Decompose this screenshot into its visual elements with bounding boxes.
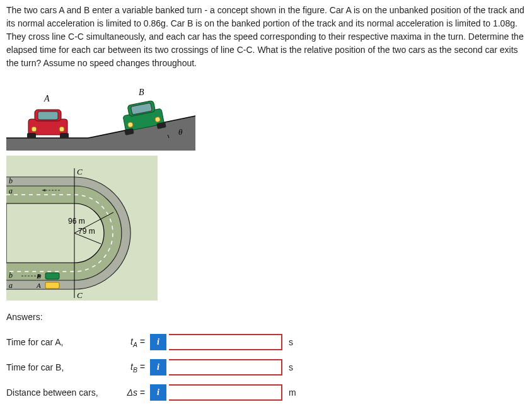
answer-row-ds: Distance between cars, Δs = i m — [6, 384, 526, 401]
cars-figure: θ A B — [6, 81, 195, 151]
track-figure: C C b a b a A B 96 m 79 m — [6, 156, 158, 301]
svg-rect-0 — [6, 138, 195, 151]
label-tb: Time for car B, — [6, 362, 120, 372]
input-tb[interactable] — [169, 359, 282, 375]
car-b-tag: B — [37, 272, 41, 280]
unit-ta: s — [289, 337, 301, 347]
svg-point-10 — [59, 127, 64, 132]
label-ta: Time for car A, — [6, 337, 120, 347]
answers-heading: Answers: — [6, 312, 526, 322]
info-button-tb[interactable]: i — [150, 359, 166, 375]
symbol-ta: tA = — [120, 336, 150, 348]
car-b-label: B — [139, 88, 144, 97]
car-a-top-icon — [45, 282, 59, 289]
lane-b-top: b — [9, 176, 13, 185]
unit-ds: m — [289, 387, 301, 398]
answer-row-tB: Time for car B, tB = i s — [6, 358, 526, 376]
car-b-top-icon — [45, 273, 59, 279]
symbol-tb: tB = — [120, 362, 150, 374]
input-ta[interactable] — [169, 334, 282, 350]
svg-point-9 — [32, 127, 37, 132]
svg-rect-7 — [27, 133, 36, 139]
answer-row-tA: Time for car A, tA = i s — [6, 333, 526, 351]
input-ds[interactable] — [169, 384, 282, 401]
car-a-icon — [27, 110, 69, 139]
problem-statement: The two cars A and B enter a variable ba… — [6, 4, 526, 70]
lane-a-bottom: a — [9, 281, 13, 290]
info-button-ds[interactable]: i — [150, 384, 166, 401]
car-a-tag: A — [36, 282, 41, 289]
unit-tb: s — [289, 362, 301, 372]
info-button-ta[interactable]: i — [150, 334, 166, 350]
lane-b-bottom: b — [9, 271, 13, 280]
c-label-top: C — [77, 167, 83, 176]
radius-outer-label: 96 m — [68, 217, 85, 226]
figure-container: θ A B — [6, 81, 526, 301]
label-ds: Distance between cars, — [6, 387, 120, 398]
c-label-bottom: C — [77, 290, 83, 300]
bank-angle-label: θ — [178, 127, 183, 137]
svg-rect-8 — [60, 133, 69, 139]
radius-inner-label: 79 m — [78, 227, 95, 236]
lane-a-top: a — [9, 186, 13, 195]
svg-rect-6 — [38, 112, 58, 120]
symbol-ds: Δs = — [120, 387, 150, 398]
car-a-label: A — [43, 94, 50, 103]
